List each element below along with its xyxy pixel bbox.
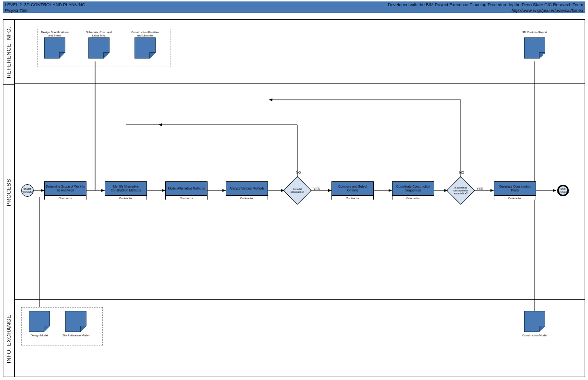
title-bar: LEVEL 2: 3D CONTROL AND PLANNING Project… bbox=[3, 1, 585, 13]
edge-label-yes-2: YES bbox=[477, 187, 483, 190]
task-identify-methods: Identify Alternative Construction Method… bbox=[105, 181, 147, 200]
task-title: Analyze Various Methods bbox=[226, 182, 268, 195]
task-determine-scope: Determine Scope of Work to be Analyzed C… bbox=[44, 181, 86, 200]
swimlane-labels: REFERENCE INFO. PROCESS INFO. EXCHANGE bbox=[3, 19, 14, 377]
end-event: END PROCESS bbox=[557, 185, 569, 196]
doc-construction-model: Construction Model bbox=[520, 311, 549, 332]
task-title: Generate Construction Plans bbox=[494, 182, 536, 195]
task-role: Contractor bbox=[105, 195, 147, 200]
doc-label: Design Model bbox=[25, 334, 54, 337]
task-role: Contractor bbox=[45, 195, 86, 200]
dev-url: http://www.engr/psu.edu/ae/cic/bimex bbox=[388, 8, 583, 13]
task-coordinate-sequences: Coordinate Construction Sequences Contra… bbox=[392, 181, 434, 200]
note-icon bbox=[524, 311, 545, 332]
task-title: Identify Alternative Construction Method… bbox=[105, 182, 147, 195]
gateway-model-acceptable: Is model acceptabl e? bbox=[287, 180, 307, 201]
lane-label-info-exchange: INFO. EXCHANGE bbox=[3, 300, 14, 378]
doc-3d-controls-report: 3D Controls Report bbox=[520, 31, 549, 59]
task-generate-plans: Generate Construction Plans Contractor bbox=[494, 181, 536, 200]
dev-credit: Developed with the BIM Project Execution… bbox=[388, 2, 583, 8]
doc-label: Construction Families and Libraries bbox=[131, 31, 159, 37]
note-icon bbox=[44, 37, 65, 59]
edge-label-no-2: NO bbox=[459, 171, 465, 174]
lane-label-reference: REFERENCE INFO. bbox=[3, 20, 14, 84]
doc-design-spec: Design Specifications and Intent bbox=[40, 31, 69, 59]
gateway-sequence-acceptable: Is construct ion sequence acceptabl e? bbox=[451, 180, 471, 201]
doc-label: Site Utilisation Model bbox=[61, 334, 90, 337]
doc-construction-families: Construction Families and Libraries bbox=[131, 31, 159, 59]
start-event: START PROCESS bbox=[21, 184, 34, 197]
note-icon bbox=[135, 37, 156, 59]
note-icon bbox=[88, 37, 110, 59]
note-icon bbox=[65, 311, 86, 332]
edge-label-no-1: NO bbox=[296, 171, 301, 174]
doc-label: Design Specifications and Intent bbox=[40, 31, 69, 37]
task-compare-select: Compare and Select Options Contractor bbox=[331, 181, 374, 200]
page-title: LEVEL 2: 3D CONTROL AND PLANNING bbox=[5, 2, 85, 8]
task-role: Contractor bbox=[166, 195, 207, 200]
task-role: Contractor bbox=[226, 195, 268, 200]
task-role: Contractor bbox=[392, 195, 434, 200]
task-model-methods: Model Alternative Methods Contractor bbox=[165, 181, 208, 200]
task-title: Determine Scope of Work to be Analyzed bbox=[45, 182, 86, 195]
task-role: Contractor bbox=[494, 195, 536, 200]
doc-label: Construction Model bbox=[520, 334, 549, 337]
lane-label-process: PROCESS bbox=[3, 84, 14, 300]
task-title: Model Alternative Methods bbox=[166, 182, 207, 195]
note-icon bbox=[524, 37, 545, 59]
doc-label: Schedule, Cost, and Labor Info. bbox=[85, 31, 113, 37]
note-icon bbox=[29, 311, 50, 332]
doc-label: 3D Controls Report bbox=[520, 31, 549, 37]
doc-design-model: Design Model bbox=[25, 311, 54, 332]
edge-label-yes-1: YES bbox=[313, 187, 320, 190]
page-subtitle: Project Title bbox=[5, 8, 85, 13]
doc-schedule-cost: Schedule, Cost, and Labor Info. bbox=[85, 31, 113, 59]
task-analyze-methods: Analyze Various Methods Contractor bbox=[226, 181, 268, 200]
task-role: Contractor bbox=[332, 195, 373, 200]
task-title: Coordinate Construction Sequences bbox=[392, 182, 434, 195]
task-title: Compare and Select Options bbox=[332, 182, 373, 195]
doc-site-utilisation-model: Site Utilisation Model bbox=[61, 311, 90, 332]
